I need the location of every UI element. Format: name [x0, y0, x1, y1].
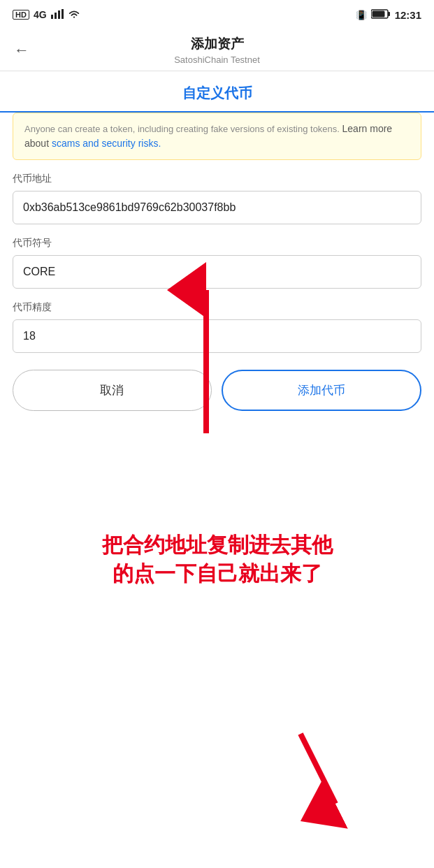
token-symbol-label: 代币符号	[13, 237, 421, 249]
header-title-group: 添加资产 SatoshiChain Testnet	[174, 35, 260, 65]
token-address-group: 代币地址	[13, 173, 421, 224]
status-bar: HD 4G 📳 12:31	[0, 0, 434, 28]
page-title: 添加资产	[174, 35, 260, 53]
add-token-button[interactable]: 添加代币	[222, 370, 422, 411]
warning-box: Anyone can create a token, including cre…	[13, 113, 421, 160]
token-symbol-group: 代币符号	[13, 237, 421, 289]
token-decimals-group: 代币精度	[13, 301, 421, 353]
battery-icon	[371, 9, 391, 21]
action-buttons: 取消 添加代币	[13, 370, 421, 411]
token-decimals-input[interactable]	[13, 319, 421, 353]
time-display: 12:31	[395, 9, 421, 21]
svg-rect-2	[58, 10, 60, 19]
warning-text: Anyone can create a token, including cre…	[24, 124, 342, 134]
wifi-icon	[68, 9, 80, 21]
section-title: 自定义代币	[0, 71, 434, 113]
annotation-line1: 把合约地址复制进去其他	[99, 531, 336, 560]
svg-rect-1	[55, 13, 57, 19]
token-address-input[interactable]	[13, 191, 421, 224]
back-button[interactable]: ←	[14, 41, 29, 59]
svg-rect-0	[51, 15, 53, 19]
vibrate-icon: 📳	[356, 10, 367, 20]
network-subtitle: SatoshiChain Testnet	[174, 55, 260, 65]
cellular-icon	[51, 9, 64, 21]
svg-rect-3	[62, 9, 64, 19]
svg-rect-5	[388, 12, 390, 16]
annotation-text: 把合约地址复制进去其他 的点一下自己就出来了	[99, 531, 336, 588]
token-address-label: 代币地址	[13, 173, 421, 185]
status-left: HD 4G	[13, 9, 80, 21]
svg-line-10	[301, 734, 335, 804]
status-right: 📳 12:31	[356, 9, 421, 21]
token-symbol-input[interactable]	[13, 255, 421, 289]
svg-rect-6	[372, 10, 384, 17]
token-decimals-label: 代币精度	[13, 301, 421, 314]
scams-link[interactable]: scams and security risks.	[52, 138, 161, 149]
signal-icon: 4G	[34, 9, 47, 20]
cancel-button[interactable]: 取消	[13, 370, 212, 411]
hd-badge: HD	[13, 10, 29, 20]
page-header: ← 添加资产 SatoshiChain Testnet	[0, 28, 434, 71]
annotation-line2: 的点一下自己就出来了	[99, 560, 336, 588]
